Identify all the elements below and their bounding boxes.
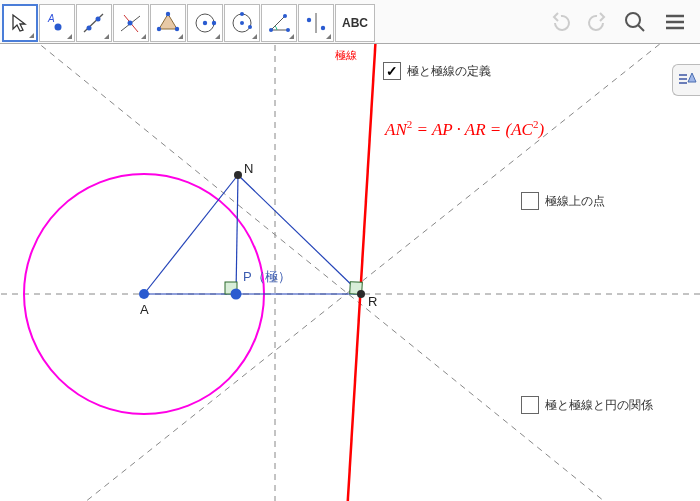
- svg-point-7: [128, 20, 133, 25]
- svg-line-2: [84, 14, 103, 32]
- geometry-canvas[interactable]: 極線 A N R P（極） AN2 = AP · AR = (AC2) 極と極線…: [0, 44, 700, 501]
- menu-button[interactable]: [662, 9, 688, 35]
- svg-point-13: [203, 20, 207, 24]
- point-A: [139, 289, 149, 299]
- point-R: [357, 290, 365, 298]
- tool-polygon[interactable]: [150, 4, 186, 42]
- tool-move[interactable]: [2, 4, 38, 42]
- svg-point-14: [212, 20, 216, 24]
- svg-point-1: [55, 23, 62, 30]
- tool-circle-center[interactable]: [187, 4, 223, 42]
- point-P: [231, 289, 242, 300]
- svg-point-11: [157, 26, 161, 30]
- seg-NP: [236, 175, 238, 294]
- toolbar: A ABC: [0, 0, 700, 44]
- polar-line: [347, 44, 376, 501]
- search-button[interactable]: [622, 9, 648, 35]
- style-panel-toggle[interactable]: [672, 64, 700, 96]
- checkbox-definition-label: 極と極線の定義: [407, 63, 491, 80]
- label-N: N: [244, 161, 253, 176]
- svg-point-3: [87, 25, 92, 30]
- tool-line[interactable]: [76, 4, 112, 42]
- tool-perpendicular[interactable]: [113, 4, 149, 42]
- svg-point-20: [283, 14, 287, 18]
- checkbox-point-on-polar-row: 極線上の点: [521, 192, 605, 210]
- svg-point-21: [286, 28, 290, 32]
- checkbox-point-on-polar-label: 極線上の点: [545, 193, 605, 210]
- formula: AN2 = AP · AR = (AC2): [385, 118, 544, 140]
- formula-text: AN2 = AP · AR = (AC2): [385, 120, 544, 139]
- tool-reflect[interactable]: [298, 4, 334, 42]
- svg-point-10: [175, 26, 179, 30]
- label-R: R: [368, 294, 377, 309]
- svg-point-9: [166, 11, 170, 15]
- svg-marker-8: [159, 14, 177, 29]
- tool-group: A ABC: [0, 2, 376, 42]
- svg-marker-33: [688, 73, 696, 82]
- undo-button[interactable]: [550, 9, 576, 35]
- svg-line-26: [638, 25, 644, 31]
- checkbox-relation-row: 極と極線と円の関係: [521, 396, 653, 414]
- label-P-pole: P（極）: [243, 268, 291, 286]
- svg-point-18: [248, 25, 252, 29]
- tool-point[interactable]: A: [39, 4, 75, 42]
- redo-button[interactable]: [582, 9, 608, 35]
- diag-1: [0, 44, 620, 501]
- checkbox-definition-row: 極と極線の定義: [383, 62, 491, 80]
- point-N: [234, 171, 242, 179]
- svg-point-23: [307, 17, 311, 21]
- diag-2: [70, 44, 700, 501]
- svg-point-19: [269, 28, 273, 32]
- checkbox-relation[interactable]: [521, 396, 539, 414]
- checkbox-definition[interactable]: [383, 62, 401, 80]
- geometry-svg: [0, 44, 700, 501]
- svg-point-4: [96, 16, 101, 21]
- svg-point-16: [240, 21, 244, 25]
- tool-angle[interactable]: [261, 4, 297, 42]
- seg-AN: [144, 175, 238, 294]
- right-tools: [550, 9, 700, 35]
- svg-point-24: [321, 25, 325, 29]
- checkbox-point-on-polar[interactable]: [521, 192, 539, 210]
- checkbox-relation-label: 極と極線と円の関係: [545, 397, 653, 414]
- tool-text[interactable]: ABC: [335, 4, 375, 42]
- svg-point-25: [626, 13, 640, 27]
- svg-point-17: [240, 12, 244, 16]
- tool-circle-3pt[interactable]: [224, 4, 260, 42]
- label-A: A: [140, 302, 149, 317]
- polar-line-label: 極線: [335, 48, 357, 63]
- svg-text:A: A: [47, 13, 55, 24]
